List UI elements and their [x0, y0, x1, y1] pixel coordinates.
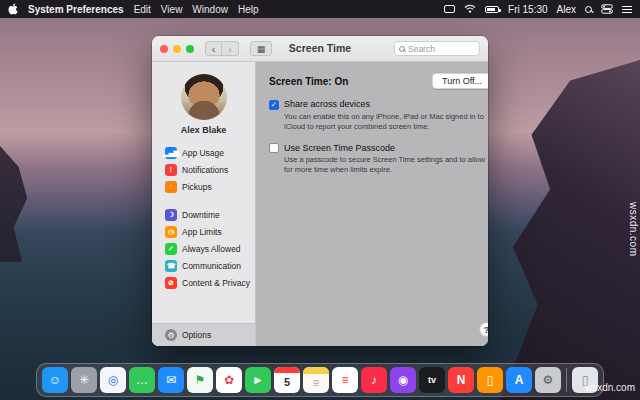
dock-icon-maps[interactable]: ⚑: [187, 367, 213, 393]
reminders-glyph: ≡: [341, 373, 348, 387]
launchpad-glyph: ✳: [79, 373, 89, 387]
books-glyph: ▯: [487, 373, 494, 387]
app-limits-icon: ◷: [165, 226, 177, 238]
user-name: Alex Blake: [152, 125, 255, 135]
menu-bar: System Preferences Edit View Window Help…: [0, 0, 640, 18]
sidebar-item-pickups[interactable]: ↑Pickups: [152, 178, 255, 195]
sidebar-item-app-limits[interactable]: ◷App Limits: [152, 223, 255, 240]
sidebar-list: ▂▄▆App Usage!Notifications↑Pickups☽Downt…: [152, 144, 255, 291]
sidebar-item-label: Always Allowed: [182, 244, 241, 254]
dock-icon-podcasts[interactable]: ◉: [390, 367, 416, 393]
dock-icon-finder[interactable]: ☺: [42, 367, 68, 393]
back-button[interactable]: ‹: [205, 41, 222, 56]
menu-bar-clock[interactable]: Fri 15:30: [508, 4, 547, 15]
dock-icon-mail[interactable]: ✉: [158, 367, 184, 393]
menu-bar-user[interactable]: Alex: [557, 4, 576, 15]
notifications-icon: !: [165, 164, 177, 176]
menu-help[interactable]: Help: [238, 4, 259, 15]
sidebar-item-notifications[interactable]: !Notifications: [152, 161, 255, 178]
dock-icon-facetime[interactable]: ►: [245, 367, 271, 393]
communication-icon: ☎: [165, 260, 177, 272]
checkbox-icon[interactable]: [269, 143, 279, 153]
menu-edit[interactable]: Edit: [134, 4, 151, 15]
menu-view[interactable]: View: [161, 4, 183, 15]
notes-glyph: ≡: [312, 376, 319, 390]
screen-time-passcode-label[interactable]: Use Screen Time Passcode: [284, 143, 395, 153]
turn-off-button[interactable]: Turn Off...: [432, 73, 488, 89]
sidebar-item-content-privacy[interactable]: ⊘Content & Privacy: [152, 274, 255, 291]
forward-button[interactable]: ›: [222, 41, 239, 56]
podcasts-glyph: ◉: [398, 373, 408, 387]
sidebar-item-label: Communication: [182, 261, 241, 271]
dock-icon-messages[interactable]: …: [129, 367, 155, 393]
share-across-devices-checkbox[interactable]: ✓ Share across devices: [269, 99, 488, 110]
close-button[interactable]: [160, 45, 168, 53]
dock-divider: [566, 368, 567, 392]
calendar-glyph: 5: [284, 376, 290, 388]
spotlight-icon[interactable]: [585, 6, 592, 13]
search-field[interactable]: [394, 41, 480, 56]
apple-menu-icon[interactable]: [8, 3, 18, 15]
menu-bar-app-name[interactable]: System Preferences: [28, 4, 124, 15]
minimize-button[interactable]: [173, 45, 181, 53]
finder-glyph: ☺: [49, 373, 61, 387]
sidebar-item-label: Notifications: [182, 165, 228, 175]
share-across-devices-description: You can enable this on any iPhone, iPad …: [284, 112, 488, 132]
tv-glyph: tv: [428, 375, 436, 385]
watermark-bottom: wsxdn.com: [585, 382, 635, 393]
show-all-button[interactable]: ▦: [250, 41, 272, 56]
sidebar-item-label: App Limits: [182, 227, 222, 237]
avatar[interactable]: [181, 74, 227, 120]
dock-icon-music[interactable]: ♪: [361, 367, 387, 393]
mail-glyph: ✉: [166, 373, 176, 387]
wifi-icon[interactable]: [464, 4, 476, 14]
app-usage-icon: ▂▄▆: [165, 147, 177, 159]
sidebar-item-downtime[interactable]: ☽Downtime: [152, 206, 255, 223]
screen-time-passcode-description: Use a passcode to secure Screen Time set…: [284, 155, 488, 175]
notification-center-icon[interactable]: [622, 6, 632, 7]
window-titlebar[interactable]: ‹ › ▦ Screen Time: [152, 36, 488, 62]
sidebar-item-label: Pickups: [182, 182, 212, 192]
screen-time-status: Screen Time: On: [269, 76, 348, 87]
dock-icon-safari[interactable]: ◎: [100, 367, 126, 393]
content-privacy-icon: ⊘: [165, 277, 177, 289]
zoom-button[interactable]: [186, 45, 194, 53]
dock-icon-calendar[interactable]: 5: [274, 367, 300, 393]
watermark-side: wsxdn.com: [628, 202, 639, 257]
news-glyph: N: [457, 373, 466, 387]
display-icon[interactable]: [444, 5, 455, 13]
dock-icon-books[interactable]: ▯: [477, 367, 503, 393]
system-preferences-window: ‹ › ▦ Screen Time Alex Blake ▂▄▆App Usag…: [152, 36, 488, 346]
dock-icon-notes[interactable]: ≡: [303, 367, 329, 393]
dock-icon-news[interactable]: N: [448, 367, 474, 393]
dock-icon-tv[interactable]: tv: [419, 367, 445, 393]
share-across-devices-label[interactable]: Share across devices: [284, 99, 370, 109]
system-preferences-glyph: ⚙: [543, 373, 554, 387]
control-center-icon[interactable]: [601, 4, 613, 14]
search-input[interactable]: [408, 44, 468, 54]
always-allowed-icon: ✓: [165, 243, 177, 255]
sidebar-item-communication[interactable]: ☎Communication: [152, 257, 255, 274]
music-glyph: ♪: [371, 373, 377, 387]
screen-time-passcode-checkbox[interactable]: Use Screen Time Passcode: [269, 143, 488, 154]
help-button[interactable]: ?: [479, 322, 488, 337]
sidebar-item-label: Downtime: [182, 210, 220, 220]
app-store-glyph: A: [515, 373, 524, 387]
gear-icon: ⚙: [165, 329, 177, 341]
sidebar-item-options[interactable]: ⚙ Options: [152, 323, 255, 346]
messages-glyph: …: [136, 373, 148, 387]
downtime-icon: ☽: [165, 209, 177, 221]
checkbox-icon[interactable]: ✓: [269, 100, 279, 110]
dock-icon-reminders[interactable]: ≡: [332, 367, 358, 393]
dock-icon-system-preferences[interactable]: ⚙: [535, 367, 561, 393]
menu-window[interactable]: Window: [192, 4, 228, 15]
search-icon: [399, 46, 405, 52]
dock-icon-launchpad[interactable]: ✳: [71, 367, 97, 393]
dock-icon-photos[interactable]: ✿: [216, 367, 242, 393]
dock-icon-app-store[interactable]: A: [506, 367, 532, 393]
sidebar: Alex Blake ▂▄▆App Usage!Notifications↑Pi…: [152, 62, 256, 346]
sidebar-item-always-allowed[interactable]: ✓Always Allowed: [152, 240, 255, 257]
battery-icon: [485, 6, 499, 13]
dock: ☺✳◎…✉⚑✿►5≡≡♪◉tvN▯A⚙▯: [36, 363, 604, 397]
sidebar-item-app-usage[interactable]: ▂▄▆App Usage: [152, 144, 255, 161]
